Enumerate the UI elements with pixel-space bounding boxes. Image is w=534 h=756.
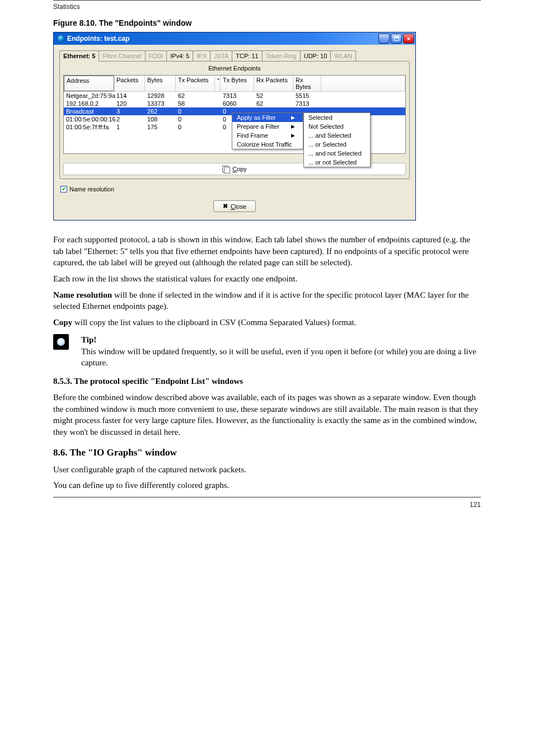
column-header[interactable]: Tx Packets (176, 76, 215, 91)
body-copy: For each supported protocol, a tab is sh… (53, 234, 481, 328)
tab[interactable]: Ethernet: 5 (59, 50, 99, 62)
tab: FDDI (145, 50, 167, 61)
column-header[interactable]: Bytes (145, 76, 176, 91)
table-cell: 262 (145, 107, 176, 115)
table-cell: 01:00:5e:00:00:16 (64, 115, 114, 123)
table-cell: 52 (254, 92, 293, 100)
chevron-right-icon: ▶ (291, 124, 295, 129)
table-row[interactable]: Netgear_2d:75:9a11412928627313525515 (64, 92, 405, 100)
table-cell (321, 100, 405, 107)
table-cell: 120 (114, 100, 145, 107)
maximize-icon (394, 36, 399, 41)
copy-icon (222, 166, 230, 172)
column-header[interactable]: Packets (114, 76, 145, 91)
menu-item[interactable]: ... and Selected (304, 131, 370, 140)
table-cell: 7313 (221, 92, 254, 100)
name-resolution-label: Name resolution (69, 186, 114, 192)
paragraph: Name resolution will be done if selected… (53, 289, 481, 312)
table-cell: 192.168.0.2 (64, 100, 114, 107)
paragraph: For each supported protocol, a tab is sh… (53, 234, 481, 269)
table-cell (215, 92, 221, 100)
paragraph: You can define up to five differently co… (53, 480, 481, 491)
menu-item[interactable]: ... and not Selected (304, 149, 370, 158)
paragraph: User configurable graph of the captured … (53, 464, 481, 476)
table-cell: 7313 (293, 100, 321, 107)
name-resolution-row: ✔ Name resolution (60, 186, 409, 192)
tip-icon (53, 334, 69, 350)
table-cell: 114 (114, 92, 145, 100)
tab: Token Ring (262, 50, 301, 61)
table-cell: 58 (176, 100, 215, 107)
context-menu[interactable]: Apply as Filter▶Prepare a Filter▶Find Fr… (232, 112, 303, 149)
subsection-heading: 8.5.3. The protocol specific "Endpoint L… (53, 377, 481, 386)
paragraph: Copy will copy the list values to the cl… (53, 317, 481, 328)
tab[interactable]: IPv4: 5 (166, 50, 193, 61)
header-left: Statistics (53, 3, 80, 11)
table-cell: 12928 (145, 92, 176, 100)
table-cell (321, 92, 405, 100)
name-resolution-checkbox[interactable]: ✔ (60, 186, 67, 192)
menu-item[interactable]: ... or Selected (304, 140, 370, 149)
table-cell: Broadcast (64, 107, 114, 115)
table-cell: 0 (176, 107, 215, 115)
column-header[interactable]: Rx Packets (254, 76, 293, 91)
table-row[interactable]: 192.168.0.212013373586060627313 (64, 100, 405, 107)
menu-item[interactable]: Colorize Host Traffic (232, 140, 303, 149)
tip-box: Tip! This window will be updated frequen… (53, 334, 481, 369)
table-cell: 62 (176, 92, 215, 100)
menu-item[interactable]: Not Selected (304, 122, 370, 131)
table-cell (215, 115, 221, 123)
minimize-button[interactable]: _ (378, 34, 390, 44)
table-header[interactable]: AddressPacketsBytesTx Packets▾Tx BytesRx… (64, 76, 405, 92)
section-heading: 8.6. The "IO Graphs" window (53, 447, 481, 458)
table-cell: 2 (114, 115, 145, 123)
panel-title: Ethernet Endpoints (60, 62, 409, 75)
table-cell: 175 (145, 123, 176, 131)
table-cell: 01:00:5e:7f:ff:fa (64, 123, 114, 131)
endpoints-table: AddressPacketsBytesTx Packets▾Tx BytesRx… (63, 75, 406, 154)
column-header[interactable]: ▾ (215, 76, 221, 91)
tab[interactable]: TCP: 11 (232, 50, 262, 61)
column-header[interactable]: Tx Bytes (221, 76, 254, 91)
menu-item[interactable]: ... or not Selected (304, 158, 370, 167)
table-body: Netgear_2d:75:9a11412928627313525515192.… (64, 92, 405, 153)
close-window-button[interactable]: × (403, 34, 414, 44)
footer-right: 121 (470, 501, 481, 509)
table-cell: 13373 (145, 100, 176, 107)
table-cell (215, 123, 221, 131)
close-button[interactable]: ✖ Close (213, 200, 256, 212)
chevron-right-icon: ▶ (291, 115, 295, 120)
endpoints-window: Endpoints: test.cap _ × Ethernet: 5Fibre… (53, 32, 416, 220)
copy-button[interactable]: Copy (222, 166, 247, 172)
tab-panel: Ethernet Endpoints AddressPacketsBytesTx… (59, 61, 410, 179)
table-cell (215, 107, 221, 115)
figure-caption: Figure 8.10. The "Endpoints" window (53, 18, 481, 27)
table-cell: 5515 (293, 92, 321, 100)
menu-item[interactable]: Apply as Filter▶ (232, 113, 303, 122)
tab: WLAN (330, 50, 356, 61)
column-header[interactable] (321, 76, 405, 91)
tabs-row: Ethernet: 5Fibre ChannelFDDIIPv4: 5IPXJX… (59, 50, 410, 61)
paragraph: Before the combined window described abo… (53, 392, 481, 438)
table-cell: 0 (176, 115, 215, 123)
maximize-button[interactable] (391, 34, 402, 44)
table-cell: 6060 (221, 100, 254, 107)
tab[interactable]: UDP: 10 (300, 50, 331, 61)
context-submenu[interactable]: SelectedNot Selected... and Selected... … (303, 112, 371, 167)
table-cell: 3 (114, 107, 145, 115)
table-cell: Netgear_2d:75:9a (64, 92, 114, 100)
column-header[interactable]: Rx Bytes (293, 76, 321, 91)
titlebar[interactable]: Endpoints: test.cap _ × (54, 32, 415, 45)
app-icon (57, 35, 65, 43)
close-icon: ✖ (223, 203, 228, 210)
tip-body: This window will be updated frequently, … (81, 346, 481, 369)
menu-item[interactable]: Find Frame▶ (232, 131, 303, 140)
table-cell (215, 100, 221, 107)
tab: Fibre Channel (99, 50, 145, 61)
table-cell: 108 (145, 115, 176, 123)
paragraph: Each row in the list shows the statistic… (53, 273, 481, 285)
column-header[interactable]: Address (64, 76, 114, 91)
menu-item[interactable]: Prepare a Filter▶ (232, 122, 303, 131)
menu-item[interactable]: Selected (304, 113, 370, 122)
tip-title: Tip! (81, 334, 481, 346)
